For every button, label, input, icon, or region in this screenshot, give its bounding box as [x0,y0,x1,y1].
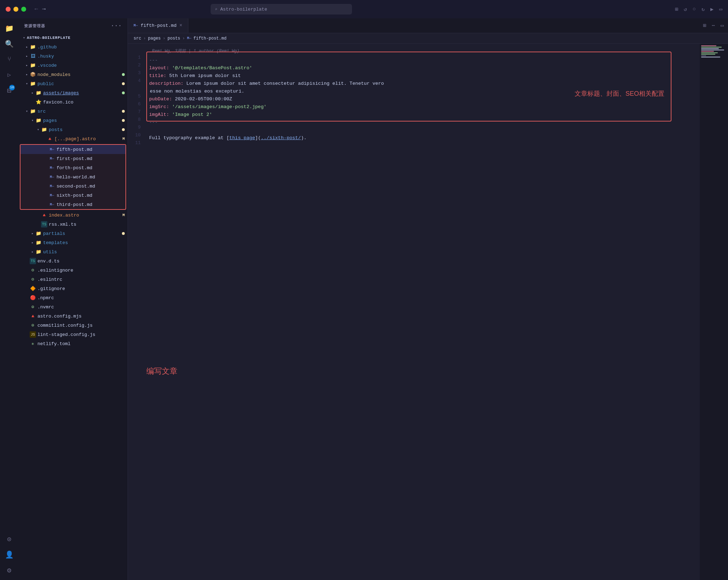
tree-item-src[interactable]: 📁 src [18,107,128,116]
tree-item-eslintrc[interactable]: ⊝ .eslintrc [18,275,128,284]
tree-item-commitlint[interactable]: ⊙ commitlint.config.js [18,321,128,330]
tree-item-partials[interactable]: 📁 partials [18,229,128,238]
layout-icon[interactable]: ▭ [719,21,725,30]
leaf-spacer [24,313,30,319]
imgsrc-value: '/assets/images/image-post2.jpeg' [169,103,266,111]
debug-icon: ▷ [7,71,11,78]
tree-item-index-astro[interactable]: 🔺 index.astro M [18,211,128,220]
folder-pkg-icon: 📦 [30,71,36,78]
activity-git[interactable]: ⑂ [2,52,16,66]
tree-item-public[interactable]: 📁 public [18,79,128,88]
breadcrumb-sep3: › [182,36,185,41]
tree-item-npmrc[interactable]: 🔴 .npmrc [18,293,128,302]
tree-item-favicon[interactable]: ⭐ favicon.ico [18,97,128,107]
breadcrumb-pages[interactable]: pages [148,36,161,41]
tab-close-icon[interactable]: × [179,23,182,28]
tab-fifth-post[interactable]: M↔ fifth-post.md × [128,18,188,33]
dashes-2: --- [149,119,158,126]
redo-icon[interactable]: ↻ [701,6,705,13]
breadcrumb-file[interactable]: fifth-post.md [193,36,227,41]
split-editor-icon[interactable]: ⊞ [675,6,678,13]
line10-link-text[interactable]: this page [229,134,255,142]
tree-item-github[interactable]: 📁 .github [18,42,128,52]
activity-explorer[interactable]: 📁 [2,21,16,35]
tree-item-third-post[interactable]: M↔ third-post.md [20,200,125,209]
activity-debug[interactable]: ▷ [2,68,16,82]
utils-label: utils [43,249,57,255]
line10-link-href[interactable]: ../sixth-post/ [261,134,301,142]
activity-extensions[interactable]: ⊟ 10 [2,83,16,97]
activity-account[interactable]: 👤 [2,548,16,562]
assets-arrow [30,90,35,96]
tree-root[interactable]: ASTRO-BOILERPLATE [18,33,128,42]
tree-item-nvmrc[interactable]: ⊙ .nvmrc [18,302,128,312]
minimap-line [701,51,714,52]
more-actions-icon[interactable]: ⋯ [710,21,716,30]
desc-key: description: [149,80,183,88]
leaf-spacer [35,212,41,218]
run-icon[interactable]: ▶ [710,6,714,13]
tab-label: fifth-post.md [141,23,176,28]
husky-label: .husky [37,54,54,59]
root-arrow [21,35,27,41]
tree-item-forth-post[interactable]: M↔ forth-post.md [20,163,125,172]
tree-item-env[interactable]: TS env.d.ts [18,256,128,266]
assets-label: assets/images [43,90,79,96]
tree-item-pages[interactable]: 📁 pages [18,116,128,125]
sidebar-more-icon[interactable]: ··· [111,23,122,29]
tree-item-page-astro[interactable]: 🔺 [...page].astro M [18,134,128,143]
search-bar[interactable]: ⌕ Astro-boilerplate [211,4,352,14]
circle-icon[interactable]: ○ [693,6,696,12]
tree-item-utils[interactable]: 📁 utils [18,247,128,256]
line10-bracket-open: [ [227,134,229,142]
tree-item-first-post[interactable]: M↔ first-post.md [20,154,125,163]
tree-item-vscode[interactable]: 📁 .vscode [18,61,128,70]
tree-item-hello-world[interactable]: M↔ hello-world.md [20,172,125,182]
maximize-button[interactable] [21,7,26,12]
tree-item-astro-config[interactable]: 🔺 astro.config.mjs [18,312,128,321]
tree-item-sixth-post[interactable]: M↔ sixth-post.md [20,191,125,200]
utils-arrow [30,249,35,255]
astro-icon: 🔺 [47,136,53,142]
tree-item-posts[interactable]: 📁 posts [18,125,128,134]
tree-item-lint-staged[interactable]: JS lint-staged.config.js [18,330,128,339]
tree-item-fifth-post[interactable]: M↔ fifth-post.md [20,145,125,154]
tree-item-rss[interactable]: TS rss.xml.ts [18,220,128,229]
back-arrow[interactable]: ← [33,5,40,13]
tree-item-gitignore[interactable]: 🔶 .gitignore [18,284,128,293]
tree-item-eslintignore[interactable]: ⊝ .eslintignore [18,266,128,275]
minimize-button[interactable] [13,7,18,12]
activity-settings[interactable]: ⚙ [2,563,16,577]
tree-item-netlify[interactable]: ✳ netlify.toml [18,339,128,348]
code-area[interactable]: 文章标题、封面、SEO相关配置 Remi Wg, 3周前 | 1 author … [146,44,700,580]
pages-arrow [30,118,35,123]
tree-item-husky[interactable]: 🖼 .husky [18,52,128,61]
leaf-spacer [24,341,30,347]
md-icon: M↔ [49,146,55,153]
tree-item-assets[interactable]: 📁 assets/images [18,88,128,97]
minimap [700,44,728,580]
leaf-spacer [43,156,49,161]
undo-icon[interactable]: ↺ [684,6,687,13]
tree-item-second-post[interactable]: M↔ second-post.md [20,182,125,191]
activity-search[interactable]: 🔍 [2,37,16,51]
activity-bottom: ⊙ 👤 ⚙ [2,532,16,577]
tree-item-node-modules[interactable]: 📦 node_modules [18,70,128,79]
breadcrumb-posts[interactable]: posts [168,36,180,41]
vscode-label: .vscode [37,63,57,68]
close-button[interactable] [6,7,11,12]
md-icon: M↔ [49,192,55,199]
code-line-9 [149,126,700,134]
code-line-8: --- [149,119,700,126]
tree-item-templates[interactable]: 📁 templates [18,238,128,247]
forward-arrow[interactable]: → [41,5,47,13]
split-view-icon[interactable]: ⊞ [701,21,708,30]
panel-icon[interactable]: ▭ [719,6,722,13]
editor-content[interactable]: 1 2 3 4 5 6 7 8 9 10 11 文章标题、封面、SEO相关配置 [128,44,728,580]
line10-suffix: . [304,134,307,142]
folder-icon: 📁 [30,108,36,114]
breadcrumb-src[interactable]: src [134,36,141,41]
folder-icon: 📁 [35,117,42,124]
activity-remote[interactable]: ⊙ [2,532,16,546]
git-icon: ⑂ [7,56,11,63]
